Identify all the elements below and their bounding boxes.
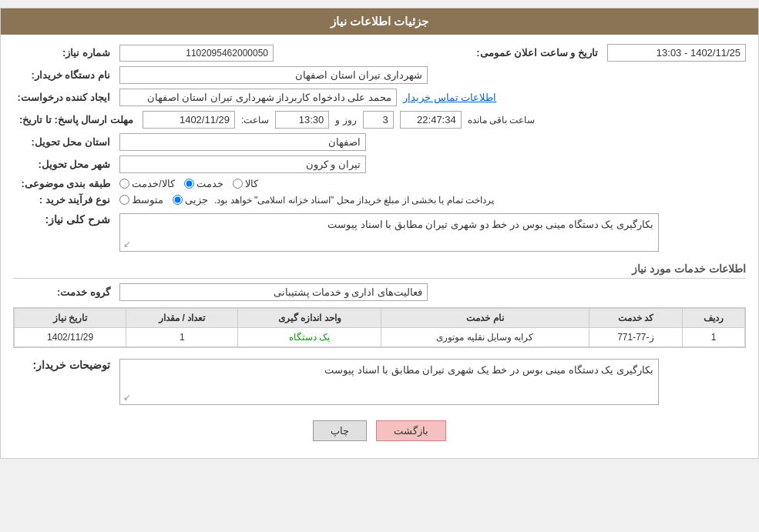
grohe-khadamat-value: فعالیت‌های اداری و خدمات پشتیبانی — [119, 283, 428, 301]
services-table: ردیف کد خدمت نام خدمت واحد اندازه گیری ت… — [14, 308, 745, 347]
radio-kala-label: کالا — [245, 178, 258, 189]
col-tarik-niaz: تاریخ نیاز — [15, 309, 126, 328]
tabaqe-label: طبقه بندی موضوعی: — [13, 178, 113, 189]
mohlat-time-value: 13:30 — [275, 111, 329, 129]
radio-motavaset[interactable]: متوسط — [119, 194, 163, 206]
noe-farayand-radio-group: متوسط جزیی — [119, 194, 208, 206]
radio-khadamat-label: خدمت — [196, 178, 223, 189]
tamas-khardar-link[interactable]: اطلاعات تماس خریدار — [403, 92, 496, 103]
khadamat-section-title: اطلاعات خدمات مورد نیاز — [13, 263, 746, 279]
noe-farayand-desc: پرداخت تمام یا بخشی از مبلغ خریداز محل "… — [214, 195, 494, 206]
shahr-label: شهر محل تحویل: — [13, 159, 113, 170]
radio-motavaset-label: متوسط — [132, 194, 163, 206]
ostan-value: اصفهان — [119, 133, 366, 151]
back-button[interactable]: بازگشت — [376, 420, 446, 441]
cell-radif: 1 — [682, 328, 744, 347]
shomare-niaz-label: شماره نیاز: — [13, 47, 113, 59]
col-radif: ردیف — [682, 309, 744, 328]
mohlat-time-label: ساعت: — [241, 115, 269, 125]
mohlat-baqi-value: 22:47:34 — [400, 111, 462, 129]
radio-jozyi[interactable]: جزیی — [173, 194, 208, 206]
ijad-konande-label: ایجاد کننده درخواست: — [13, 92, 113, 103]
cell-vahed: یک دستگاه — [238, 328, 381, 347]
page-title: جزئیات اطلاعات نیاز — [1, 8, 758, 35]
ijad-konande-value: محمد علی دادخواه کاربرداز شهرداری تیران … — [119, 89, 397, 106]
col-kod-khadamat: کد خدمت — [589, 309, 682, 328]
ostan-label: استان محل تحویل: — [13, 136, 113, 148]
shahr-value: تیران و کرون — [119, 156, 366, 173]
mohlat-label: مهلت ارسال پاسخ: تا تاریخ: — [13, 114, 136, 125]
services-table-wrapper: ردیف کد خدمت نام خدمت واحد اندازه گیری ت… — [13, 307, 746, 348]
mohlat-date-value: 1402/11/29 — [143, 111, 235, 129]
shomare-niaz-value: 1102095462000050 — [119, 45, 274, 62]
action-buttons: بازگشت چاپ — [13, 413, 746, 449]
mohlat-baqi-label: ساعت باقی مانده — [468, 115, 536, 125]
radio-kala-khadamat-label: کالا/خدمت — [132, 178, 175, 189]
sharh-value: بکارگیری یک دستگاه مینی بوس در خط دو شهر… — [119, 213, 659, 252]
radio-jozyi-label: جزیی — [185, 194, 208, 206]
radio-motavaset-input[interactable] — [119, 195, 129, 205]
radio-khadamat-input[interactable] — [184, 179, 194, 189]
tozihat-value: بکارگیری یک دستگاه مینی بوس در خط یک شهر… — [119, 359, 659, 405]
radio-kala-input[interactable] — [233, 179, 243, 189]
radio-kala[interactable]: کالا — [233, 178, 258, 189]
cell-nam: کرایه وسایل نقلیه موتوری — [381, 328, 589, 347]
tabaqe-radio-group: کالا/خدمت خدمت کالا — [119, 178, 258, 189]
cell-tarik: 1402/11/29 — [15, 328, 126, 347]
sharh-label: شرح کلی نیاز: — [13, 210, 113, 226]
grohe-khadamat-label: گروه خدمت: — [13, 286, 113, 298]
table-row: 1 ز-77-771 کرایه وسایل نقلیه موتوری یک د… — [15, 328, 745, 347]
nam-dasgah-value: شهرداری تیران استان اصفهان — [119, 66, 428, 84]
col-vahed: واحد اندازه گیری — [238, 309, 381, 328]
cell-kod: ز-77-771 — [589, 328, 682, 347]
mohlat-roz-label: روز و — [335, 115, 356, 125]
mohlat-roz-value: 3 — [363, 111, 394, 129]
cell-tedad: 1 — [126, 328, 238, 347]
col-tedad-meqdar: تعداد / مقدار — [126, 309, 238, 328]
radio-khadamat[interactable]: خدمت — [184, 178, 223, 189]
tarikh-value: 1402/11/25 - 13:03 — [607, 44, 746, 62]
print-button[interactable]: چاپ — [313, 420, 367, 441]
tarikh-label: تاریخ و ساعت اعلان عمومی: — [470, 47, 601, 59]
radio-kala-khadamat-input[interactable] — [119, 179, 129, 189]
col-nam-khadamat: نام خدمت — [381, 309, 589, 328]
noe-farayand-label: نوع فرآیند خرید : — [13, 194, 113, 206]
tozihat-label: توضیحات خریدار: — [13, 356, 113, 371]
radio-kala-khadamat[interactable]: کالا/خدمت — [119, 178, 175, 189]
radio-jozyi-input[interactable] — [173, 195, 183, 205]
nam-dasgah-label: نام دستگاه خریدار: — [13, 69, 113, 81]
